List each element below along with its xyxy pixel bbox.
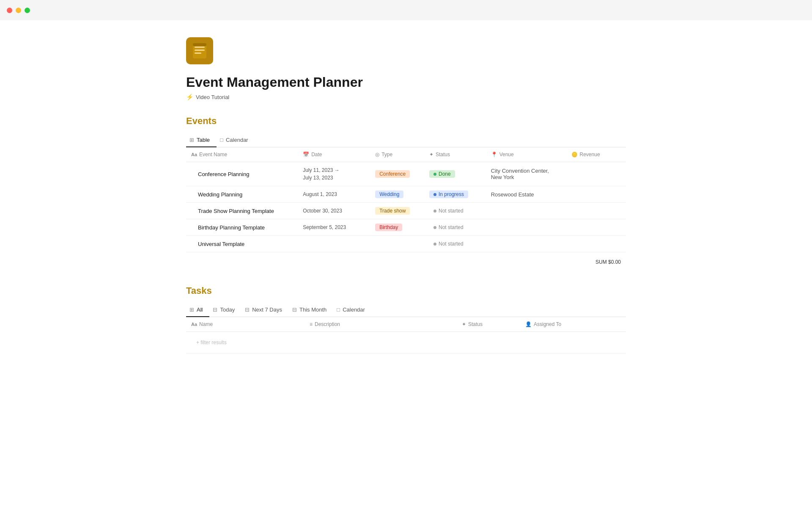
tab-events-calendar-label: Calendar bbox=[226, 137, 248, 143]
type-icon: ◎ bbox=[375, 152, 379, 157]
event-extra-cell bbox=[616, 203, 626, 219]
event-name-cell: Conference Planning bbox=[186, 162, 298, 186]
event-status-cell: Not started bbox=[424, 236, 486, 252]
type-tag: Wedding bbox=[375, 190, 403, 198]
event-name-cell: Universal Template bbox=[186, 236, 298, 252]
month-icon: ⊟ bbox=[292, 306, 297, 313]
event-date-cell: July 11, 2023 →July 13, 2023 bbox=[298, 162, 370, 186]
event-name-cell: Trade Show Planning Template bbox=[186, 203, 298, 219]
col-venue: 📍 Venue bbox=[486, 147, 566, 162]
event-extra-cell bbox=[616, 186, 626, 203]
event-status-cell: Not started bbox=[424, 219, 486, 236]
tasks-cal-icon: □ bbox=[337, 306, 340, 313]
events-heading: Events bbox=[186, 116, 626, 127]
tab-tasks-today[interactable]: ⊟ Today bbox=[209, 303, 241, 317]
col-assigned-to: 👤 Assigned To bbox=[520, 317, 605, 332]
event-revenue-cell bbox=[566, 186, 616, 203]
status-badge: Not started bbox=[429, 207, 468, 215]
col-date: 📅 Date bbox=[298, 147, 370, 162]
tab-tasks-next7days[interactable]: ⊟ Next 7 Days bbox=[241, 303, 289, 317]
col-task-name: Aa Name bbox=[186, 317, 304, 332]
col-description-label: Description bbox=[315, 321, 340, 327]
tasks-tabs: ⊞ All ⊟ Today ⊟ Next 7 Days ⊟ This Month… bbox=[186, 303, 626, 317]
event-date-cell: August 1, 2023 bbox=[298, 186, 370, 203]
table-row[interactable]: Birthday Planning TemplateSeptember 5, 2… bbox=[186, 219, 626, 236]
task-text-icon: Aa bbox=[191, 322, 197, 327]
text-icon: Aa bbox=[191, 152, 197, 157]
type-tag: Conference bbox=[375, 170, 410, 178]
tab-tasks-all[interactable]: ⊞ All bbox=[186, 303, 209, 317]
table-row[interactable]: Trade Show Planning TemplateOctober 30, … bbox=[186, 203, 626, 219]
event-revenue-cell bbox=[566, 162, 616, 186]
tasks-table-header: Aa Name ≡ Description ✦ Status bbox=[186, 317, 626, 332]
event-extra-cell bbox=[616, 219, 626, 236]
events-section: Events ⊞ Table □ Calendar Aa Event Name bbox=[186, 116, 626, 268]
event-revenue-cell bbox=[566, 236, 616, 252]
today-icon: ⊟ bbox=[213, 306, 217, 313]
event-type-cell: Wedding bbox=[370, 186, 424, 203]
tasks-filter-row: + filter results bbox=[186, 332, 626, 353]
status-badge: Not started bbox=[429, 224, 468, 231]
col-task-extra bbox=[605, 317, 626, 332]
event-venue-cell: City Convention Center, New York bbox=[486, 162, 566, 186]
event-status-cell: In progress bbox=[424, 186, 486, 203]
svg-rect-2 bbox=[195, 50, 205, 51]
col-assigned-to-label: Assigned To bbox=[534, 321, 561, 327]
status-dot bbox=[433, 173, 436, 176]
filter-hint[interactable]: + filter results bbox=[191, 336, 621, 349]
revenue-icon: 🪙 bbox=[571, 152, 578, 157]
events-table: Aa Event Name 📅 Date ◎ Type bbox=[186, 147, 626, 252]
venue-icon: 📍 bbox=[491, 152, 497, 157]
event-type-cell bbox=[370, 236, 424, 252]
col-venue-label: Venue bbox=[499, 152, 514, 157]
table-icon: ⊞ bbox=[189, 137, 194, 143]
svg-rect-3 bbox=[195, 52, 201, 54]
date-icon: 📅 bbox=[303, 152, 309, 157]
col-task-status-label: Status bbox=[468, 321, 483, 327]
tab-events-calendar[interactable]: □ Calendar bbox=[217, 133, 255, 147]
event-venue-cell bbox=[486, 203, 566, 219]
sum-value: $0.00 bbox=[608, 259, 621, 265]
person-icon: 👤 bbox=[525, 321, 532, 327]
task-status-icon: ✦ bbox=[462, 321, 466, 327]
tab-events-table-label: Table bbox=[197, 137, 210, 143]
table-row[interactable]: Conference PlanningJuly 11, 2023 →July 1… bbox=[186, 162, 626, 186]
events-table-header: Aa Event Name 📅 Date ◎ Type bbox=[186, 147, 626, 162]
type-tag: Birthday bbox=[375, 224, 402, 231]
tab-tasks-next7days-label: Next 7 Days bbox=[252, 306, 282, 313]
table-row[interactable]: Wedding PlanningAugust 1, 2023WeddingIn … bbox=[186, 186, 626, 203]
sum-label: SUM bbox=[595, 259, 608, 265]
col-description: ≡ Description bbox=[304, 317, 457, 332]
event-revenue-cell bbox=[566, 219, 616, 236]
status-dot bbox=[433, 193, 436, 196]
event-revenue-cell bbox=[566, 203, 616, 219]
col-date-label: Date bbox=[311, 152, 322, 157]
event-date-cell: September 5, 2023 bbox=[298, 219, 370, 236]
tab-events-table[interactable]: ⊞ Table bbox=[186, 133, 217, 147]
col-event-name-label: Event Name bbox=[199, 152, 227, 157]
maximize-button[interactable] bbox=[25, 8, 30, 13]
status-dot bbox=[433, 226, 436, 229]
tab-tasks-all-label: All bbox=[197, 306, 203, 313]
event-venue-cell bbox=[486, 219, 566, 236]
col-extra bbox=[616, 147, 626, 162]
status-dot bbox=[433, 243, 436, 246]
table-row[interactable]: Universal TemplateNot started bbox=[186, 236, 626, 252]
video-tutorial-link[interactable]: ⚡ Video Tutorial bbox=[186, 94, 626, 100]
tab-tasks-thismonth[interactable]: ⊟ This Month bbox=[289, 303, 333, 317]
tab-tasks-thismonth-label: This Month bbox=[299, 306, 326, 313]
tab-tasks-calendar[interactable]: □ Calendar bbox=[333, 303, 372, 317]
tasks-table: Aa Name ≡ Description ✦ Status bbox=[186, 317, 626, 353]
bolt-icon: ⚡ bbox=[186, 94, 193, 100]
all-icon: ⊞ bbox=[189, 306, 194, 313]
col-type: ◎ Type bbox=[370, 147, 424, 162]
minimize-button[interactable] bbox=[16, 8, 21, 13]
event-type-cell: Conference bbox=[370, 162, 424, 186]
close-button[interactable] bbox=[7, 8, 12, 13]
col-type-label: Type bbox=[381, 152, 392, 157]
titlebar bbox=[0, 0, 812, 20]
event-extra-cell bbox=[616, 236, 626, 252]
event-venue-cell: Rosewood Estate bbox=[486, 186, 566, 203]
event-type-cell: Birthday bbox=[370, 219, 424, 236]
tasks-heading: Tasks bbox=[186, 285, 626, 296]
